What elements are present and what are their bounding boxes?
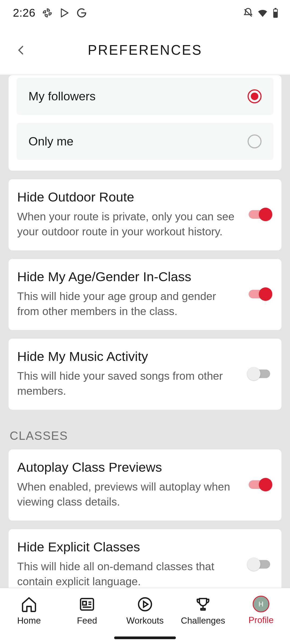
setting-title: Autoplay Class Previews <box>17 460 240 475</box>
nav-label: Home <box>17 616 41 626</box>
home-indicator[interactable] <box>114 636 176 639</box>
setting-desc: This will hide your age group and gender… <box>17 289 240 319</box>
play-store-icon <box>59 8 70 18</box>
setting-title: Hide Outdoor Route <box>17 189 240 204</box>
setting-desc: When enabled, previews will autoplay whe… <box>17 480 240 509</box>
nav-label: Workouts <box>126 616 164 626</box>
toggle-hide-music-activity[interactable] <box>247 367 272 381</box>
svg-rect-4 <box>83 601 86 605</box>
nav-feed[interactable]: Feed <box>58 591 116 644</box>
nav-label: Profile <box>248 615 274 625</box>
setting-text: Hide My Music Activity This will hide yo… <box>17 349 240 398</box>
toggle-hide-explicit[interactable] <box>247 557 272 571</box>
setting-desc: When your route is private, only you can… <box>17 209 240 239</box>
status-time: 2:26 <box>13 6 35 19</box>
radio-option-my-followers[interactable]: My followers <box>17 78 273 115</box>
radio-control[interactable] <box>248 134 262 148</box>
setting-hide-age-gender[interactable]: Hide My Age/Gender In-Class This will hi… <box>9 259 281 330</box>
notifications-off-icon <box>243 8 253 18</box>
setting-desc: This will hide all on-demand classes tha… <box>17 559 240 588</box>
setting-text: Hide My Age/Gender In-Class This will hi… <box>17 269 240 319</box>
setting-hide-outdoor-route[interactable]: Hide Outdoor Route When your route is pr… <box>9 179 281 250</box>
radio-label: Only me <box>28 134 74 148</box>
avatar: H <box>253 596 269 612</box>
setting-title: Hide My Music Activity <box>17 349 240 364</box>
bottom-nav: Home Feed Workouts <box>0 588 290 644</box>
setting-title: Hide My Age/Gender In-Class <box>17 269 240 284</box>
nav-workouts[interactable]: Workouts <box>116 591 174 644</box>
setting-title: Hide Explicit Classes <box>17 539 240 554</box>
setting-text: Autoplay Class Previews When enabled, pr… <box>17 460 240 509</box>
nav-label: Challenges <box>181 616 225 626</box>
setting-hide-music-activity[interactable]: Hide My Music Activity This will hide yo… <box>9 339 281 410</box>
status-right <box>243 8 279 18</box>
home-icon <box>20 596 38 613</box>
svg-rect-1 <box>275 8 277 9</box>
section-header-classes: CLASSES <box>10 429 280 442</box>
nav-challenges[interactable]: Challenges <box>174 591 232 644</box>
toggle-hide-age-gender[interactable] <box>247 287 272 301</box>
wifi-icon <box>257 8 268 18</box>
google-g-icon <box>76 8 87 18</box>
page-title: PREFERENCES <box>88 42 202 58</box>
photos-pinwheel-icon <box>42 8 53 18</box>
radio-control[interactable] <box>248 89 262 103</box>
setting-text: Hide Outdoor Route When your route is pr… <box>17 189 240 239</box>
toggle-hide-outdoor-route[interactable] <box>247 207 272 221</box>
status-bar: 2:26 <box>0 0 290 25</box>
setting-text: Hide Explicit Classes This will hide all… <box>17 539 240 588</box>
radio-label: My followers <box>28 89 96 103</box>
back-button[interactable] <box>12 41 31 60</box>
feed-icon <box>78 596 96 613</box>
battery-icon <box>272 8 279 18</box>
svg-point-8 <box>139 598 151 611</box>
radio-option-only-me[interactable]: Only me <box>17 123 273 160</box>
setting-hide-explicit[interactable]: Hide Explicit Classes This will hide all… <box>9 529 281 588</box>
chevron-left-icon <box>16 45 27 56</box>
setting-autoplay-previews[interactable]: Autoplay Class Previews When enabled, pr… <box>9 449 281 521</box>
toggle-autoplay-previews[interactable] <box>247 478 272 492</box>
status-left: 2:26 <box>13 6 87 19</box>
nav-label: Feed <box>77 616 97 626</box>
preferences-content[interactable]: My followers Only me Hide Outdoor Route … <box>0 75 290 588</box>
workouts-icon <box>136 596 154 613</box>
app-header: PREFERENCES <box>0 25 290 75</box>
nav-home[interactable]: Home <box>0 591 58 644</box>
nav-profile[interactable]: H Profile <box>232 591 290 644</box>
svg-rect-2 <box>274 9 277 12</box>
visibility-radio-card: My followers Only me <box>9 75 281 171</box>
trophy-icon <box>194 596 212 613</box>
setting-desc: This will hide your saved songs from oth… <box>17 369 240 398</box>
